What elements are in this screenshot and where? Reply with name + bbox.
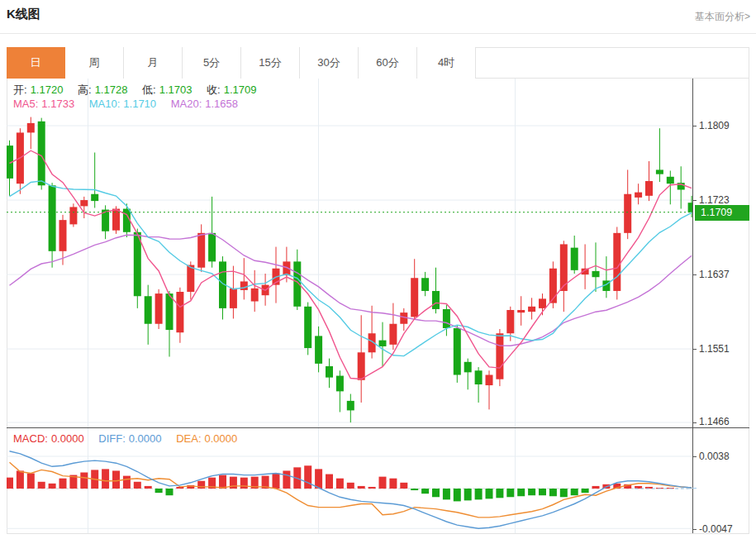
axis-tick — [692, 529, 697, 530]
axis-tick — [692, 274, 697, 275]
page-title: K线图 — [7, 7, 40, 22]
axis-tick — [692, 422, 697, 423]
tab-bar-filler — [476, 47, 749, 78]
macd-label: MACD: — [13, 432, 48, 445]
open-label: 开: — [13, 83, 27, 96]
tab-30min[interactable]: 30分 — [300, 47, 359, 79]
ma5-value: 1.1733 — [41, 98, 74, 110]
kline-page: { "header": { "title": "K线图", "link": "基… — [0, 0, 756, 539]
diff-value: 0.0000 — [129, 432, 162, 445]
axis-tick — [692, 126, 697, 126]
y-axis-line — [692, 79, 693, 533]
close-value: 1.1709 — [224, 83, 257, 96]
price-axis-label: 1.1809 — [699, 120, 749, 131]
period-tab-bar: 日 周 月 5分 15分 30分 60分 4时 — [7, 47, 749, 79]
low-value: 1.1703 — [159, 83, 193, 96]
price-axis-label: 1.1723 — [699, 194, 749, 206]
ma20-label: MA20: — [171, 98, 202, 110]
ma-legend: MA5:1.1733 MA10:1.1710 MA20:1.1658 — [13, 98, 250, 110]
fundamental-analysis-link[interactable]: 基本面分析> — [695, 10, 750, 24]
diff-label: DIFF: — [98, 432, 126, 445]
price-chart-canvas[interactable] — [7, 79, 692, 428]
axis-zero-tick — [692, 488, 697, 489]
close-label: 收: — [207, 83, 221, 96]
open-value: 1.1720 — [31, 83, 64, 96]
price-axis-label: 1.1466 — [699, 416, 749, 427]
macd-axis-label: -0.0047 — [699, 523, 749, 535]
ma5-label: MA5: — [13, 98, 38, 110]
header-divider — [0, 33, 756, 34]
axis-tick — [692, 200, 697, 201]
ma20-value: 1.1658 — [205, 98, 238, 110]
macd-legend: MACD:0.0000 DIFF:0.0000 DEA:0.0000 — [13, 432, 249, 445]
high-label: 高: — [78, 83, 92, 96]
axis-tick — [692, 456, 697, 457]
tab-15min[interactable]: 15分 — [241, 47, 300, 79]
current-price-badge: 1.1709 — [695, 205, 749, 221]
price-axis-label: 1.1637 — [699, 269, 749, 280]
tab-month[interactable]: 月 — [124, 47, 183, 79]
low-label: 低: — [142, 83, 156, 96]
tab-week[interactable]: 周 — [65, 47, 124, 79]
tab-5min[interactable]: 5分 — [183, 47, 241, 79]
ma10-label: MA10: — [89, 98, 121, 110]
dea-value: 0.0000 — [205, 432, 238, 445]
price-axis-label: 1.1551 — [699, 343, 749, 355]
ma10-value: 1.1710 — [123, 98, 156, 110]
pane-divider — [7, 427, 749, 428]
ohlc-legend: 开:1.1720 高:1.1728 低:1.1703 收:1.1709 — [13, 83, 268, 98]
macd-value: 0.0000 — [51, 432, 84, 445]
dea-label: DEA: — [176, 432, 201, 445]
tab-day[interactable]: 日 — [7, 47, 65, 79]
axis-tick — [692, 349, 697, 350]
macd-axis-label: 0.0038 — [699, 451, 749, 462]
high-value: 1.1728 — [95, 83, 128, 96]
tab-60min[interactable]: 60分 — [359, 47, 417, 79]
tab-4hour[interactable]: 4时 — [417, 47, 476, 79]
